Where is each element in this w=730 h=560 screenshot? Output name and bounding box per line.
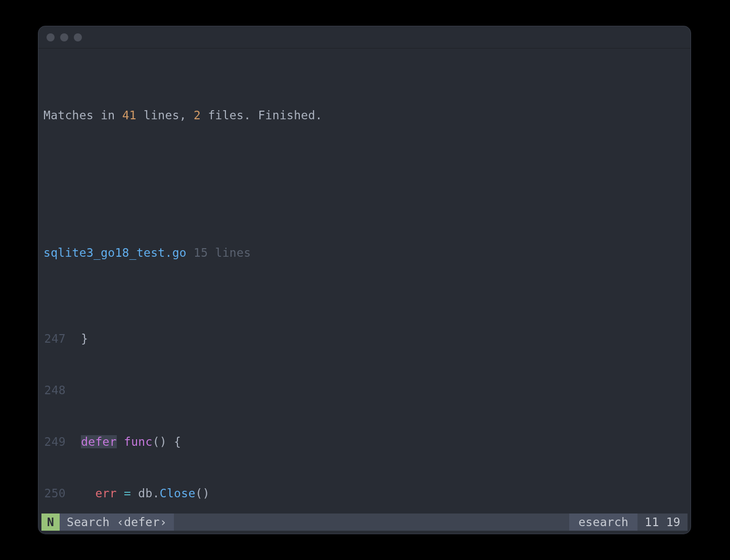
close-icon[interactable] [47,33,55,41]
status-filetype: esearch [569,514,637,531]
status-buffer-name: Search ‹defer› [60,514,174,531]
line-number: 248 [38,382,70,399]
blank-line [38,175,691,193]
code-text: } [70,330,88,347]
editor-content[interactable]: Matches in 41 lines, 2 files. Finished. … [38,49,691,534]
file-header[interactable]: sqlite3_go18_test.go 15 lines [38,244,691,261]
result-line[interactable]: 247 } [38,330,691,347]
maximize-icon[interactable] [74,33,82,41]
line-number: 247 [38,330,70,347]
file-linecount: 15 lines [194,246,251,259]
file-name: sqlite3_go18_test.go [43,246,187,259]
statusbar: N Search ‹defer› esearch 11 19 [41,514,688,531]
result-line[interactable]: 249 defer func() { [38,433,691,450]
line-number: 250 [38,485,70,502]
titlebar [38,26,691,49]
terminal-window: Matches in 41 lines, 2 files. Finished. … [38,26,691,534]
search-match: defer [81,435,117,448]
code-text: err = db.Close() [70,485,210,502]
line-number: 249 [38,433,70,450]
code-text: defer func() { [70,433,181,450]
status-position: 11 19 [637,514,688,531]
minimize-icon[interactable] [60,33,68,41]
result-line[interactable]: 248 [38,382,691,399]
code-text [70,382,74,399]
result-line[interactable]: 250 err = db.Close() [38,485,691,502]
search-summary: Matches in 41 lines, 2 files. Finished. [38,100,691,124]
mode-badge: N [41,514,60,531]
status-fill [174,514,569,531]
